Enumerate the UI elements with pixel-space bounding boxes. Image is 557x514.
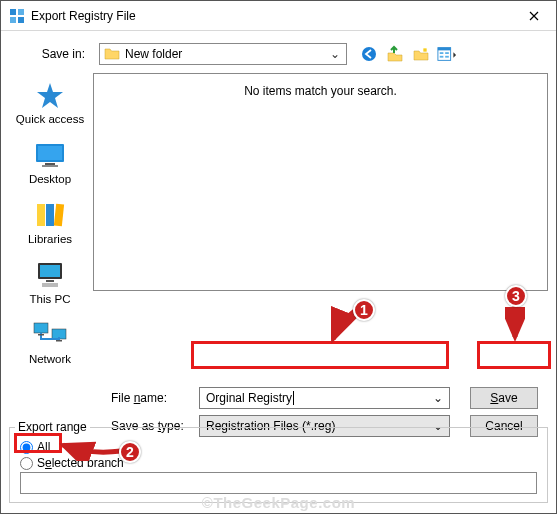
place-quick-access[interactable]: Quick access: [9, 79, 91, 125]
filename-input[interactable]: Orginal Registry ⌄: [199, 387, 450, 409]
svg-rect-13: [38, 146, 62, 160]
chevron-down-icon: ⌄: [433, 391, 443, 405]
save-in-label: Save in:: [9, 47, 99, 61]
svg-rect-23: [34, 323, 48, 333]
export-range-group: Export range All Selected branch: [9, 413, 548, 503]
window-title: Export Registry File: [31, 9, 512, 23]
desktop-icon: [32, 139, 68, 171]
svg-rect-15: [42, 165, 58, 167]
svg-rect-22: [42, 283, 58, 287]
svg-rect-9: [440, 56, 444, 58]
radio-selected-branch[interactable]: Selected branch: [20, 456, 537, 470]
svg-rect-10: [445, 52, 449, 54]
back-icon[interactable]: [359, 44, 379, 64]
svg-rect-3: [18, 17, 24, 23]
radio-selected-input[interactable]: [20, 457, 33, 470]
folder-icon: [104, 46, 120, 62]
export-dialog: Export Registry File Save in: New folder…: [0, 0, 557, 514]
branch-input[interactable]: [20, 472, 537, 494]
libraries-icon: [32, 199, 68, 231]
save-in-row: Save in: New folder ⌄: [9, 43, 548, 65]
svg-rect-11: [445, 56, 449, 58]
file-listing[interactable]: No items match your search.: [93, 73, 548, 291]
svg-rect-17: [46, 204, 54, 226]
save-in-combo[interactable]: New folder ⌄: [99, 43, 347, 65]
svg-rect-7: [438, 48, 451, 51]
svg-rect-16: [37, 204, 45, 226]
new-folder-icon[interactable]: [411, 44, 431, 64]
svg-rect-0: [10, 9, 16, 15]
content-row: Quick access Desktop Libraries: [9, 73, 548, 379]
place-label: Network: [9, 353, 91, 365]
svg-rect-2: [10, 17, 16, 23]
up-icon[interactable]: [385, 44, 405, 64]
export-range-box: All Selected branch: [9, 427, 548, 503]
place-label: Quick access: [9, 113, 91, 125]
svg-rect-18: [54, 204, 64, 227]
svg-rect-8: [440, 52, 444, 54]
close-button[interactable]: [512, 1, 556, 31]
place-label: Libraries: [9, 233, 91, 245]
place-label: This PC: [9, 293, 91, 305]
radio-all[interactable]: All: [20, 440, 537, 454]
filename-value: Orginal Registry: [206, 391, 433, 406]
views-icon[interactable]: [437, 44, 457, 64]
filename-label: File name:: [111, 391, 199, 405]
save-in-value: New folder: [125, 47, 328, 61]
toolbar: [359, 44, 457, 64]
svg-rect-14: [45, 163, 55, 165]
export-range-label: Export range: [15, 420, 90, 434]
place-label: Desktop: [9, 173, 91, 185]
empty-message: No items match your search.: [94, 84, 547, 98]
svg-point-4: [362, 47, 376, 61]
radio-all-input[interactable]: [20, 441, 33, 454]
places-bar: Quick access Desktop Libraries: [9, 73, 91, 379]
this-pc-icon: [32, 259, 68, 291]
place-desktop[interactable]: Desktop: [9, 139, 91, 185]
svg-rect-26: [56, 340, 62, 342]
place-this-pc[interactable]: This PC: [9, 259, 91, 305]
svg-rect-1: [18, 9, 24, 15]
chevron-down-icon: ⌄: [328, 47, 342, 61]
svg-rect-20: [40, 265, 60, 277]
regedit-icon: [9, 8, 25, 24]
save-button[interactable]: Save: [470, 387, 538, 409]
svg-rect-21: [46, 280, 54, 282]
network-icon: [32, 319, 68, 351]
titlebar: Export Registry File: [1, 1, 556, 31]
dialog-body: Save in: New folder ⌄: [1, 31, 556, 443]
place-network[interactable]: Network: [9, 319, 91, 365]
place-libraries[interactable]: Libraries: [9, 199, 91, 245]
quick-access-icon: [32, 79, 68, 111]
svg-rect-25: [38, 334, 44, 336]
filename-row: File name: Orginal Registry ⌄ Save: [111, 387, 548, 409]
